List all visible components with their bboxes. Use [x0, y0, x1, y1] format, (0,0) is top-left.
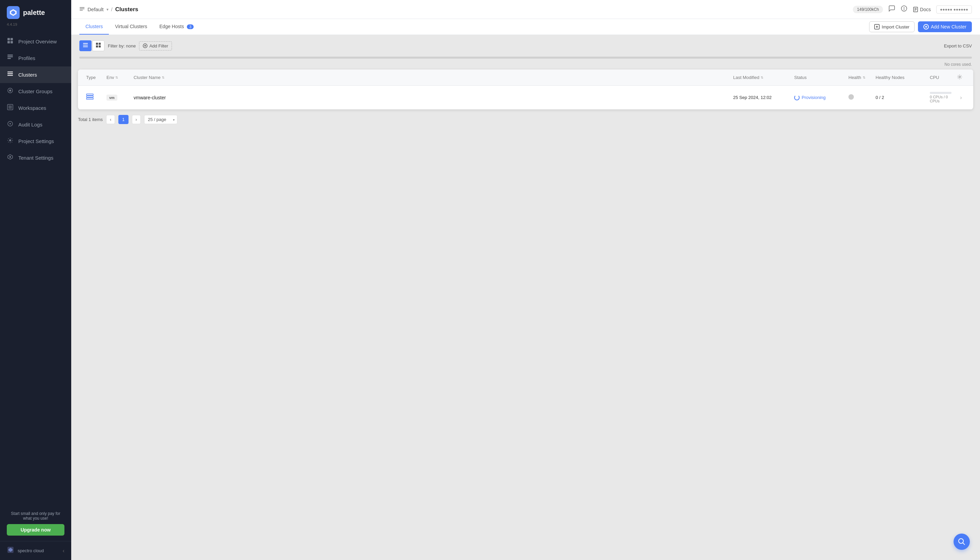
- pagination: Total 1 items ‹ 1 › 10 / page 25 / page …: [71, 110, 980, 130]
- svg-point-18: [9, 139, 11, 142]
- breadcrumb-dropdown-icon[interactable]: ▾: [107, 7, 109, 12]
- th-cluster-name[interactable]: Cluster Name ⇅: [131, 70, 730, 85]
- td-env: vm: [104, 88, 131, 107]
- td-last-modified: 25 Sep 2024, 12:02: [730, 89, 791, 106]
- cpu-label: 0 CPUs / 0 CPUs: [930, 95, 952, 103]
- table-settings-icon[interactable]: [957, 74, 962, 81]
- td-type: [83, 87, 104, 108]
- sidebar-item-project-settings[interactable]: Project Settings: [0, 133, 71, 150]
- td-cluster-name: vmware-cluster: [131, 89, 730, 107]
- notification-icon[interactable]: [901, 5, 907, 13]
- svg-rect-24: [80, 10, 83, 10]
- sidebar-item-label: Audit Logs: [18, 122, 42, 127]
- svg-rect-9: [7, 72, 13, 73]
- topbar-breadcrumb: Default ▾ / Clusters: [79, 6, 139, 13]
- add-new-cluster-button[interactable]: Add New Cluster: [918, 22, 972, 32]
- sidebar-item-project-overview[interactable]: Project Overview: [0, 33, 71, 50]
- sidebar-item-cluster-groups[interactable]: Cluster Groups: [0, 83, 71, 100]
- tabs: Clusters Virtual Clusters Edge Hosts 3: [79, 19, 200, 35]
- main-content: Default ▾ / Clusters 149/100kCh: [71, 0, 980, 560]
- th-last-modified[interactable]: Last Modified ⇅: [730, 70, 791, 85]
- sidebar-item-workspaces[interactable]: Workspaces: [0, 100, 71, 116]
- cluster-type-icon: [86, 94, 93, 102]
- edge-hosts-badge: 3: [187, 24, 194, 29]
- svg-rect-51: [87, 98, 93, 99]
- th-settings[interactable]: [954, 70, 968, 85]
- search-fab-icon: [958, 538, 965, 545]
- svg-rect-49: [87, 94, 93, 95]
- svg-rect-23: [80, 8, 84, 9]
- th-healthy-nodes: Healthy Nodes: [873, 70, 927, 85]
- filter-text: Filter by: none: [108, 43, 136, 48]
- cpu-bar-container: 0 CPUs / 0 CPUs: [930, 92, 952, 103]
- upgrade-button[interactable]: Upgrade now: [7, 524, 64, 536]
- svg-rect-39: [83, 45, 88, 45]
- sidebar-item-clusters[interactable]: Clusters: [0, 67, 71, 83]
- tab-edge-hosts[interactable]: Edge Hosts 3: [153, 19, 200, 35]
- table-header: Type Env ⇅ Cluster Name ⇅ Last Modified …: [78, 70, 973, 86]
- table-row[interactable]: vm vmware-cluster 25 Sep 2024, 12:02 Pro…: [78, 86, 973, 110]
- svg-line-54: [963, 543, 965, 545]
- tab-virtual-clusters[interactable]: Virtual Clusters: [109, 19, 153, 35]
- last-modified-sort-icon: ⇅: [761, 76, 763, 79]
- healthy-nodes-value: 0 / 2: [876, 95, 884, 100]
- sidebar-item-label: Workspaces: [18, 105, 46, 111]
- sidebar-bottom: Start small and only pay for what you us…: [0, 506, 71, 541]
- filter-left: Filter by: none Add Filter: [79, 40, 172, 51]
- prev-page-button[interactable]: ‹: [106, 115, 115, 124]
- sidebar-item-profiles[interactable]: Profiles: [0, 50, 71, 67]
- svg-rect-43: [96, 45, 98, 47]
- import-cluster-button[interactable]: Import Cluster: [869, 22, 915, 32]
- th-status: Status: [791, 70, 846, 85]
- breadcrumb-default[interactable]: Default: [87, 7, 104, 12]
- svg-rect-3: [10, 38, 13, 40]
- th-health[interactable]: Health ⇅: [846, 70, 873, 85]
- page-size-wrapper: 10 / page 25 / page 50 / page 100 / page: [144, 115, 177, 124]
- user-info[interactable]: ●●●●● ●●●●●●: [936, 5, 972, 13]
- tenant-settings-icon: [7, 154, 13, 162]
- tab-clusters[interactable]: Clusters: [79, 19, 109, 35]
- collapse-icon[interactable]: ‹: [63, 548, 64, 554]
- list-view-button[interactable]: [79, 40, 92, 51]
- svg-rect-11: [7, 75, 13, 76]
- app-version: 4.4.19: [0, 22, 71, 30]
- page-1-button[interactable]: 1: [119, 115, 128, 124]
- project-overview-icon: [7, 38, 13, 45]
- svg-rect-40: [83, 47, 88, 47]
- filter-bar: Filter by: none Add Filter Export to CSV: [71, 35, 980, 57]
- svg-rect-4: [7, 41, 10, 43]
- spectro-icon: [7, 546, 14, 555]
- env-badge: vm: [107, 95, 117, 101]
- add-icon: [923, 24, 929, 30]
- sidebar-item-label: Project Overview: [18, 38, 57, 44]
- view-toggle: [79, 40, 104, 51]
- svg-point-13: [9, 90, 11, 92]
- page-size-select[interactable]: 10 / page 25 / page 50 / page 100 / page: [144, 115, 177, 124]
- content-area: Filter by: none Add Filter Export to CSV…: [71, 35, 980, 560]
- chat-icon[interactable]: [888, 5, 895, 13]
- td-status: Provisioning: [791, 89, 846, 107]
- th-env[interactable]: Env ⇅: [104, 70, 131, 85]
- export-csv-button[interactable]: Export to CSV: [944, 43, 972, 48]
- env-sort-icon: ⇅: [115, 76, 118, 79]
- sidebar-footer[interactable]: spectro cloud ‹: [0, 541, 71, 560]
- grid-icon: [96, 43, 101, 47]
- provisioning-spinner: [794, 95, 800, 100]
- grid-view-button[interactable]: [92, 40, 104, 51]
- list-icon: [83, 43, 88, 47]
- sidebar-item-label: Profiles: [18, 55, 35, 61]
- sidebar-item-tenant-settings[interactable]: Tenant Settings: [0, 150, 71, 166]
- td-chevron[interactable]: ›: [954, 88, 968, 107]
- svg-rect-7: [7, 56, 13, 57]
- search-fab[interactable]: [953, 533, 970, 550]
- docs-link[interactable]: Docs: [913, 7, 931, 12]
- sidebar-item-audit-logs[interactable]: Audit Logs: [0, 116, 71, 133]
- svg-rect-50: [87, 96, 93, 97]
- svg-rect-6: [7, 55, 13, 56]
- next-page-button[interactable]: ›: [132, 115, 141, 124]
- add-filter-button[interactable]: Add Filter: [139, 42, 172, 50]
- row-chevron-icon[interactable]: ›: [960, 95, 962, 101]
- svg-rect-42: [99, 43, 101, 45]
- tabs-bar: Clusters Virtual Clusters Edge Hosts 3 I…: [71, 19, 980, 35]
- import-icon: [874, 24, 880, 30]
